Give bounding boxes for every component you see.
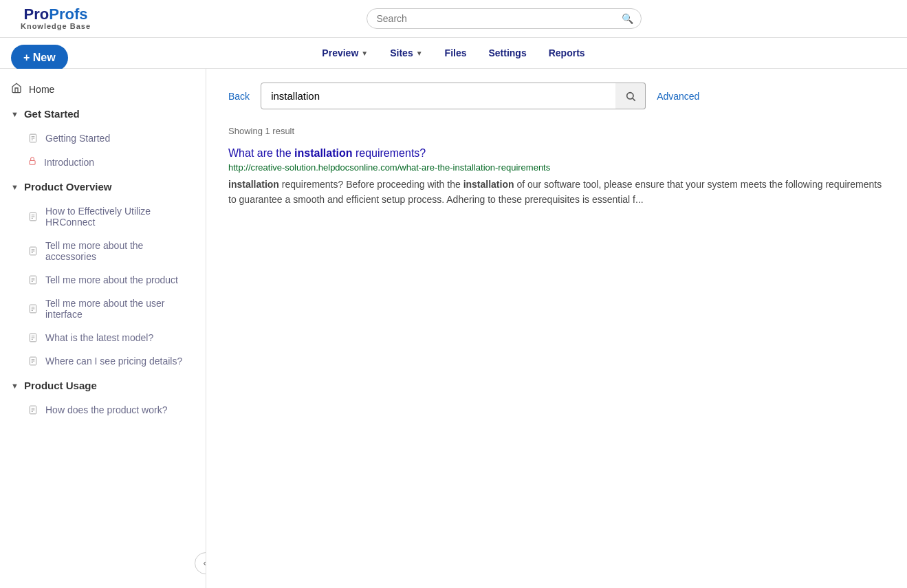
sidebar-item-latest-model[interactable]: What is the latest model? — [0, 326, 206, 349]
sidebar-item-pricing[interactable]: Where can I see pricing details? — [0, 349, 206, 373]
nav-bar: Preview ▼ Sites ▼ Files Settings Reports — [0, 38, 907, 69]
content-area: Back Advanced Showing 1 result What are … — [206, 69, 907, 588]
sidebar-item-user-interface[interactable]: Tell me more about the user interface — [0, 292, 206, 326]
product-overview-chevron: ▼ — [11, 183, 19, 191]
sidebar-item-hrconnect-label: How to Effectively Utilize HRConnect — [45, 206, 195, 228]
result-title-suffix: requirements? — [353, 147, 426, 159]
result-item: What are the installation requirements? … — [228, 147, 885, 208]
sidebar-item-accessories-label: Tell me more about the accessories — [45, 240, 195, 262]
nav-settings-label: Settings — [488, 47, 526, 58]
sidebar-item-hrconnect[interactable]: How to Effectively Utilize HRConnect — [0, 199, 206, 234]
top-bar: ProProfs Knowledge Base 🔍 — [0, 0, 907, 38]
svg-line-34 — [633, 98, 635, 101]
sidebar-item-introduction[interactable]: Introduction — [0, 150, 206, 174]
get-started-chevron: ▼ — [11, 110, 19, 118]
nav-sites[interactable]: Sites ▼ — [390, 45, 422, 61]
top-search-area: 🔍 — [111, 8, 896, 29]
sidebar-item-pricing-label: Where can I see pricing details? — [45, 356, 182, 367]
top-search-icon: 🔍 — [622, 13, 633, 24]
sidebar-item-product[interactable]: Tell me more about the product — [0, 268, 206, 292]
main-layout: Home ▼ Get Started Getting Started Intro… — [0, 69, 907, 588]
doc-icon-user-interface — [28, 303, 39, 314]
sidebar-section-product-overview[interactable]: ▼ Product Overview — [0, 174, 206, 199]
nav-reports-label: Reports — [549, 47, 585, 58]
doc-icon-getting-started — [28, 133, 39, 144]
logo-profs: Profs — [49, 6, 87, 23]
sidebar-section-product-overview-label: Product Overview — [24, 181, 112, 193]
nav-settings[interactable]: Settings — [488, 45, 526, 61]
logo-subtitle: Knowledge Base — [21, 22, 91, 30]
sidebar-home-label: Home — [29, 84, 54, 95]
nav-files-label: Files — [445, 47, 467, 58]
sidebar-section-get-started-label: Get Started — [24, 108, 80, 120]
sidebar-item-introduction-label: Introduction — [44, 157, 94, 168]
sidebar-collapse-button[interactable]: « — [195, 552, 206, 574]
sidebar-item-how-product-works-label: How does the product work? — [45, 404, 167, 415]
doc-icon-product — [28, 274, 39, 285]
result-snippet: installation requirements? Before procee… — [228, 177, 885, 208]
back-link[interactable]: Back — [228, 91, 250, 102]
doc-icon-how-product-works — [28, 404, 39, 415]
top-search-wrap: 🔍 — [367, 8, 642, 29]
nav-sites-label: Sites — [390, 47, 413, 58]
search-input-wrap — [261, 83, 646, 109]
nav-files[interactable]: Files — [445, 45, 467, 61]
nav-preview-label: Preview — [322, 47, 358, 58]
sidebar-item-home[interactable]: Home — [0, 77, 206, 101]
sidebar-item-user-interface-label: Tell me more about the user interface — [45, 298, 195, 320]
home-icon — [11, 83, 22, 96]
nav-reports[interactable]: Reports — [549, 45, 585, 61]
doc-icon-latest-model — [28, 332, 39, 343]
svg-rect-4 — [30, 160, 35, 164]
search-input[interactable] — [261, 83, 646, 109]
sidebar-section-product-usage-label: Product Usage — [24, 380, 97, 391]
collapse-icon: « — [204, 558, 206, 568]
sidebar-section-product-usage[interactable]: ▼ Product Usage — [0, 373, 206, 398]
new-button[interactable]: + New — [11, 45, 68, 71]
result-title-highlight: installation — [294, 147, 352, 159]
nav-preview-chevron: ▼ — [361, 50, 368, 57]
top-search-input[interactable] — [367, 8, 642, 29]
sidebar-item-product-label: Tell me more about the product — [45, 274, 178, 285]
sidebar-item-accessories[interactable]: Tell me more about the accessories — [0, 234, 206, 268]
sidebar-item-how-product-works[interactable]: How does the product work? — [0, 398, 206, 422]
doc-icon-pricing — [28, 356, 39, 367]
sidebar-item-getting-started-label: Getting Started — [45, 133, 110, 144]
sidebar-item-getting-started[interactable]: Getting Started — [0, 127, 206, 150]
product-usage-chevron: ▼ — [11, 382, 19, 390]
sidebar: Home ▼ Get Started Getting Started Intro… — [0, 69, 206, 588]
nav-sites-chevron: ▼ — [416, 50, 423, 57]
sidebar-item-latest-model-label: What is the latest model? — [45, 332, 153, 343]
doc-icon-hrconnect — [28, 211, 39, 222]
result-url[interactable]: http://creative-solution.helpdocsonline.… — [228, 162, 885, 173]
advanced-link[interactable]: Advanced — [657, 91, 699, 102]
nav-preview[interactable]: Preview ▼ — [322, 45, 368, 61]
snippet-text-1: requirements? Before proceeding with the — [279, 179, 463, 190]
lock-icon-introduction — [28, 156, 37, 168]
result-title[interactable]: What are the installation requirements? — [228, 147, 885, 160]
logo: ProProfs Knowledge Base — [11, 7, 100, 30]
doc-icon-accessories — [28, 246, 39, 257]
snippet-bold-2: installation — [463, 179, 514, 190]
search-row: Back Advanced — [228, 83, 885, 109]
logo-pro: Pro — [24, 6, 50, 23]
svg-point-33 — [626, 92, 633, 98]
snippet-bold-1: installation — [228, 179, 279, 190]
results-count: Showing 1 result — [228, 126, 885, 136]
sidebar-section-get-started[interactable]: ▼ Get Started — [0, 101, 206, 127]
result-title-prefix: What are the — [228, 147, 294, 159]
search-button[interactable] — [615, 83, 646, 109]
